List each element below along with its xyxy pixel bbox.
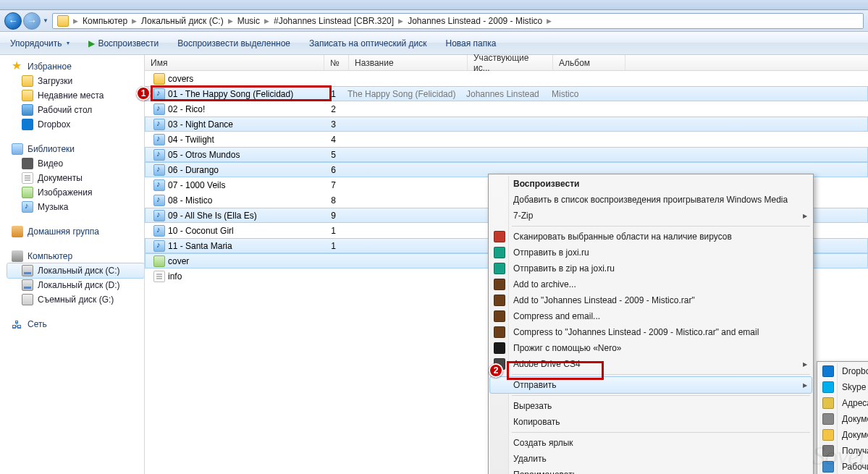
nav-label: Недавние места xyxy=(38,90,104,101)
context-item[interactable]: Adobe Drive CS4 xyxy=(490,356,812,372)
sendto-item[interactable]: Документы xyxy=(819,427,868,443)
play-label: Воспроизвести xyxy=(98,38,159,48)
folder-icon xyxy=(22,90,33,101)
navigation-pane[interactable]: ★Избранное Загрузки Недавние места Рабоч… xyxy=(0,55,145,474)
chevron-right-icon[interactable]: ▶ xyxy=(545,17,553,25)
sendto-item[interactable]: Документы на Anton2 Смартфон xyxy=(819,411,868,427)
nav-favorites[interactable]: ★Избранное xyxy=(6,59,144,74)
burn-button[interactable]: Записать на оптический диск xyxy=(305,36,431,51)
context-item[interactable]: Воспроизвести xyxy=(490,176,812,192)
context-item[interactable]: Переименовать xyxy=(490,467,812,474)
col-artists[interactable]: Участвующие ис... xyxy=(468,55,553,70)
chevron-right-icon[interactable]: ▶ xyxy=(227,17,235,25)
context-item[interactable]: Отправить в joxi.ru xyxy=(490,245,812,261)
context-item[interactable]: Копировать xyxy=(490,414,812,430)
sendto-item[interactable]: Рабочий стол (создать ярлык) xyxy=(819,459,868,474)
blank-icon xyxy=(494,210,505,221)
nav-desktop[interactable]: Рабочий стол xyxy=(7,103,144,117)
nav-network[interactable]: 🖧Сеть xyxy=(6,317,144,331)
nav-drive-c[interactable]: Локальный диск (C:) xyxy=(7,263,144,278)
nav-downloads[interactable]: Загрузки xyxy=(7,74,144,88)
context-item[interactable]: Сканировать выбранные области на наличие… xyxy=(490,229,812,245)
nav-label: Библиотеки xyxy=(28,144,75,154)
play-button[interactable]: ▶ Воспроизвести xyxy=(84,36,163,51)
breadcrumb-item[interactable]: Music xyxy=(235,14,263,28)
file-title: The Happy Song (Felicidad) xyxy=(342,89,460,99)
context-item[interactable]: Создать ярлык xyxy=(490,435,812,451)
nav-drive-g[interactable]: Съемный диск (G:) xyxy=(7,292,144,307)
file-row[interactable]: 02 - Rico!2 xyxy=(145,101,868,117)
context-menu[interactable]: ВоспроизвестиДобавить в список воспроизв… xyxy=(488,174,814,474)
context-item[interactable]: Compress and email... xyxy=(490,308,812,324)
nav-libraries[interactable]: Библиотеки xyxy=(6,142,144,156)
file-row[interactable]: 05 - Otros Mundos5 xyxy=(145,147,868,162)
context-item[interactable]: Add to archive... xyxy=(490,276,812,292)
rar-icon xyxy=(494,310,505,322)
breadcrumb-item[interactable]: Компьютер xyxy=(80,14,130,28)
context-item[interactable]: Отправить в zip на joxi.ru xyxy=(490,261,812,276)
forward-button[interactable]: → xyxy=(23,12,41,30)
nav-computer[interactable]: Компьютер xyxy=(6,249,144,263)
play-selected-button[interactable]: Воспроизвести выделенное xyxy=(173,36,295,51)
context-item[interactable]: Отправить xyxy=(490,377,812,393)
address-bar[interactable]: ▶ Компьютер ▶ Локальный диск (C:) ▶ Musi… xyxy=(52,13,864,29)
col-number[interactable]: № xyxy=(324,55,349,70)
computer-icon xyxy=(12,250,23,262)
context-submenu-sendto[interactable]: DropboxSkypeАдресатДокументы на Anton2 С… xyxy=(817,361,868,474)
breadcrumb-item[interactable]: Johannes Linstead - 2009 - Mistico xyxy=(405,14,545,28)
nav-label: Сеть xyxy=(28,319,47,329)
nav-videos[interactable]: Видео xyxy=(7,156,144,171)
new-folder-button[interactable]: Новая папка xyxy=(442,36,501,51)
chevron-right-icon[interactable]: ▶ xyxy=(397,17,405,25)
folder-icon xyxy=(57,15,69,27)
nav-homegroup[interactable]: Домашняя группа xyxy=(6,224,144,239)
file-row[interactable]: 04 - Twilight4 xyxy=(145,132,868,147)
breadcrumb-item[interactable]: Локальный диск (C:) xyxy=(138,14,227,28)
sendto-item[interactable]: Dropbox xyxy=(819,363,868,379)
sendto-item[interactable]: Получатель факса xyxy=(819,443,868,459)
context-item[interactable]: Прожиг с помощью «Nero» xyxy=(490,340,812,356)
sendto-item[interactable]: Skype xyxy=(819,379,868,395)
context-separator xyxy=(512,432,810,433)
context-separator xyxy=(512,226,810,227)
context-item-label: Compress and email... xyxy=(513,311,600,321)
chevron-right-icon[interactable]: ▶ xyxy=(72,17,80,25)
music-icon xyxy=(153,225,165,237)
music-icon xyxy=(153,195,165,206)
nav-drive-d[interactable]: Локальный диск (D:) xyxy=(7,278,144,292)
context-item[interactable]: Compress to "Johannes Linstead - 2009 - … xyxy=(490,324,812,340)
chevron-right-icon[interactable]: ▶ xyxy=(263,17,271,25)
window-titlebar xyxy=(0,0,868,10)
context-item-label: Add to "Johannes Linstead - 2009 - Misti… xyxy=(513,295,695,305)
chevron-right-icon[interactable]: ▶ xyxy=(130,17,138,25)
col-album[interactable]: Альбом xyxy=(553,55,625,70)
nav-documents[interactable]: Документы xyxy=(7,171,144,185)
back-button[interactable]: ← xyxy=(4,12,22,30)
joxi-icon xyxy=(494,247,505,258)
sendto-item[interactable]: Адресат xyxy=(819,395,868,411)
libraries-icon xyxy=(12,143,23,155)
context-item[interactable]: 7-Zip xyxy=(490,208,812,224)
annotation-badge-1: 1 xyxy=(136,86,151,101)
nav-dropbox[interactable]: Dropbox xyxy=(7,117,144,132)
organize-menu[interactable]: Упорядочить xyxy=(6,36,74,51)
col-title[interactable]: Название xyxy=(349,55,468,70)
navigation-bar: ← → ▼ ▶ Компьютер ▶ Локальный диск (C:) … xyxy=(0,10,868,32)
network-icon: 🖧 xyxy=(12,318,23,330)
file-row[interactable]: 03 - Night Dance3 xyxy=(145,117,868,132)
nav-music[interactable]: Музыка xyxy=(7,200,144,214)
file-track-number: 3 xyxy=(320,119,342,130)
nav-recent[interactable]: Недавние места xyxy=(7,88,144,103)
file-row[interactable]: 01 - The Happy Song (Felicidad)1The Happ… xyxy=(145,86,868,101)
nav-history-dropdown[interactable]: ▼ xyxy=(42,13,49,29)
context-item[interactable]: Удалить xyxy=(490,451,812,467)
file-row[interactable]: covers xyxy=(145,71,868,86)
col-name[interactable]: Имя xyxy=(145,55,324,70)
context-item[interactable]: Вырезать xyxy=(490,398,812,414)
context-item[interactable]: Add to "Johannes Linstead - 2009 - Misti… xyxy=(490,292,812,308)
rar-icon xyxy=(494,326,505,338)
nav-pictures[interactable]: Изображения xyxy=(7,185,144,200)
context-item[interactable]: Добавить в список воспроизведения проигр… xyxy=(490,192,812,208)
breadcrumb-item[interactable]: #Johannes Linstead [CBR.320] xyxy=(271,14,397,28)
main-area: ★Избранное Загрузки Недавние места Рабоч… xyxy=(0,55,868,474)
